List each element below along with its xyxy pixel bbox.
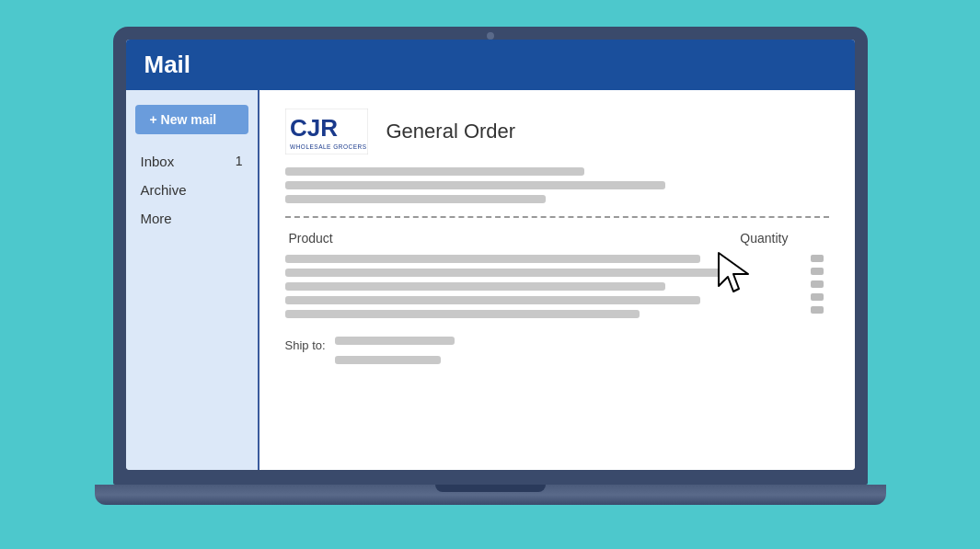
sidebar-more-label: More bbox=[141, 211, 172, 226]
product-column-label: Product bbox=[289, 231, 333, 246]
text-line bbox=[285, 255, 701, 263]
sidebar-item-more[interactable]: More bbox=[126, 204, 258, 233]
ship-to-lines bbox=[335, 337, 455, 370]
dashed-divider bbox=[285, 216, 829, 218]
svg-text:CJR: CJR bbox=[290, 114, 338, 142]
mail-app: Mail + New mail Inbox 1 Archive bbox=[126, 40, 855, 470]
ship-to-section: Ship to: bbox=[285, 337, 829, 370]
text-line bbox=[285, 296, 701, 304]
laptop-base bbox=[95, 485, 886, 505]
qty-block bbox=[811, 306, 824, 314]
table-headers: Product Quantity bbox=[285, 231, 829, 246]
inbox-badge: 1 bbox=[236, 154, 243, 168]
sidebar-item-archive[interactable]: Archive bbox=[126, 176, 258, 204]
mail-header: Mail bbox=[126, 40, 855, 90]
laptop-camera bbox=[487, 32, 494, 40]
quantity-column-label: Quantity bbox=[740, 231, 788, 246]
text-line bbox=[285, 310, 640, 318]
table-data bbox=[285, 255, 829, 324]
qty-block bbox=[811, 280, 824, 288]
laptop-base-wrapper bbox=[95, 477, 886, 505]
sidebar-item-inbox[interactable]: Inbox 1 bbox=[126, 147, 258, 176]
cjr-logo: CJR WHOLESALE GROCERS bbox=[285, 109, 368, 154]
text-line bbox=[285, 167, 584, 176]
mail-body: + New mail Inbox 1 Archive More bbox=[126, 90, 855, 470]
laptop-wrapper: Mail + New mail Inbox 1 Archive bbox=[113, 27, 868, 523]
laptop-screen: Mail + New mail Inbox 1 Archive bbox=[113, 27, 868, 477]
ship-to-label: Ship to: bbox=[285, 337, 326, 352]
email-subject: General Order bbox=[386, 120, 516, 143]
laptop-hinge bbox=[113, 477, 868, 485]
text-line bbox=[285, 282, 665, 291]
text-line bbox=[285, 181, 666, 189]
qty-block bbox=[811, 255, 824, 262]
qty-block bbox=[811, 268, 824, 275]
text-line bbox=[335, 356, 441, 364]
screen-inner: Mail + New mail Inbox 1 Archive bbox=[126, 40, 855, 470]
text-line bbox=[285, 195, 547, 203]
app-title: Mail bbox=[144, 51, 191, 79]
new-mail-button[interactable]: + New mail bbox=[135, 105, 248, 134]
svg-text:WHOLESALE GROCERS: WHOLESALE GROCERS bbox=[290, 143, 367, 150]
mail-sidebar: + New mail Inbox 1 Archive More bbox=[126, 90, 259, 470]
email-header-row: CJR WHOLESALE GROCERS General Order bbox=[285, 109, 829, 154]
mail-content: CJR WHOLESALE GROCERS General Order bbox=[259, 90, 855, 470]
sidebar-inbox-label: Inbox bbox=[141, 154, 175, 169]
text-line bbox=[335, 337, 455, 345]
product-lines bbox=[285, 255, 792, 324]
laptop-notch bbox=[435, 485, 546, 492]
intro-text-lines bbox=[285, 167, 829, 203]
qty-block bbox=[811, 293, 824, 301]
text-line bbox=[285, 269, 732, 277]
sidebar-archive-label: Archive bbox=[141, 182, 187, 198]
quantity-lines bbox=[811, 255, 829, 319]
